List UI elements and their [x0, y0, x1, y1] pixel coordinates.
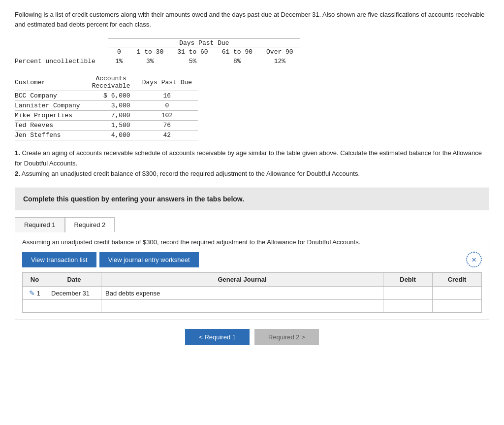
pct-over90: 12% [259, 57, 300, 66]
table-row: Lannister Company 3,000 0 [15, 101, 198, 111]
view-transaction-list-button[interactable]: View transaction list [22, 252, 96, 267]
customer-lannister: Lannister Company [15, 101, 86, 111]
pct-1to30: 3% [130, 57, 171, 66]
view-journal-entry-worksheet-button[interactable]: View journal entry worksheet [99, 252, 199, 267]
tabs-row: Required 1 Required 2 [15, 217, 489, 232]
step1-number: 1. [15, 149, 20, 157]
prev-required1-button[interactable]: < Required 1 [185, 329, 250, 345]
journal-row1-credit[interactable] [433, 287, 482, 300]
days-past-due-section: Days Past Due 0 1 to 30 31 to 60 61 to 9… [15, 38, 489, 66]
col-ar-header: AccountsReceivable [86, 74, 136, 91]
ar-mike: 7,000 [86, 111, 136, 121]
col-over90: Over 90 [259, 47, 300, 57]
button-row: View transaction list View journal entry… [22, 252, 482, 267]
step2-text: Assuming an unadjusted credit balance of… [20, 170, 360, 177]
pct-31to60: 5% [170, 57, 215, 66]
tab-required2[interactable]: Required 2 [65, 217, 115, 232]
intro-paragraph: Following is a list of credit customers … [15, 10, 489, 29]
ar-bcc: $ 6,000 [86, 91, 136, 101]
expand-icon[interactable]: ✕ [466, 252, 482, 267]
tab-required2-label: Required 2 [74, 221, 106, 229]
days-lannister: 0 [136, 101, 198, 111]
journal-row-2 [23, 300, 482, 313]
days-jen: 42 [136, 131, 198, 140]
journal-row1-description: Bad debts expense [101, 287, 383, 300]
tab-required1[interactable]: Required 1 [15, 217, 65, 232]
journal-row1-debit[interactable] [383, 287, 433, 300]
ar-jen: 4,000 [86, 131, 136, 140]
col-61to90: 61 to 90 [215, 47, 259, 57]
customer-table-wrapper: Customer AccountsReceivable Days Past Du… [15, 74, 489, 140]
pct-61to90: 8% [215, 57, 259, 66]
tab-instruction: Assuming an unadjusted credit balance of… [22, 238, 482, 246]
table-row: Jen Steffens 4,000 42 [15, 131, 198, 140]
journal-col-date: Date [47, 273, 101, 287]
complete-box: Complete this question by entering your … [15, 188, 489, 210]
complete-box-text: Complete this question by entering your … [23, 195, 244, 203]
tab-content-area: Assuming an unadjusted credit balance of… [15, 232, 489, 320]
percent-uncollectible-label: Percent uncollectible [15, 57, 108, 66]
journal-col-credit: Credit [433, 273, 482, 287]
pct-0: 1% [108, 57, 130, 66]
journal-col-debit: Debit [383, 273, 433, 287]
journal-col-general: General Journal [101, 273, 383, 287]
next-required2-button[interactable]: Required 2 > [254, 329, 319, 345]
col-customer-header: Customer [15, 74, 86, 91]
table-row: BCC Company $ 6,000 16 [15, 91, 198, 101]
tab-required1-label: Required 1 [24, 221, 56, 229]
customer-ted: Ted Reeves [15, 121, 86, 131]
customer-bcc: BCC Company [15, 91, 86, 101]
col-days-header: Days Past Due [136, 74, 198, 91]
days-past-due-header: Days Past Due [108, 38, 300, 47]
nav-buttons-row: < Required 1 Required 2 > [15, 329, 489, 345]
ar-lannister: 3,000 [86, 101, 136, 111]
table-row: Mike Properties 7,000 102 [15, 111, 198, 121]
ar-ted: 1,500 [86, 121, 136, 131]
instructions-block: 1. Create an aging of accounts receivabl… [15, 148, 489, 179]
col-31to60: 31 to 60 [170, 47, 215, 57]
table-row: Ted Reeves 1,500 76 [15, 121, 198, 131]
days-bcc: 16 [136, 91, 198, 101]
days-ted: 76 [136, 121, 198, 131]
step1-text: Create an aging of accounts receivable s… [15, 149, 482, 167]
journal-row-1: ✎ 1 December 31 Bad debts expense [23, 287, 482, 300]
customer-jen: Jen Steffens [15, 131, 86, 140]
journal-row1-no: 1 [37, 290, 40, 297]
col-0: 0 [108, 47, 130, 57]
step2-number: 2. [15, 170, 20, 177]
journal-row1-date: December 31 [47, 287, 101, 300]
customer-mike: Mike Properties [15, 111, 86, 121]
journal-table: No Date General Journal Debit Credit ✎ 1… [22, 272, 482, 313]
col-1to30: 1 to 30 [130, 47, 171, 57]
journal-col-no: No [23, 273, 47, 287]
edit-icon-row1[interactable]: ✎ [29, 289, 35, 297]
days-mike: 102 [136, 111, 198, 121]
